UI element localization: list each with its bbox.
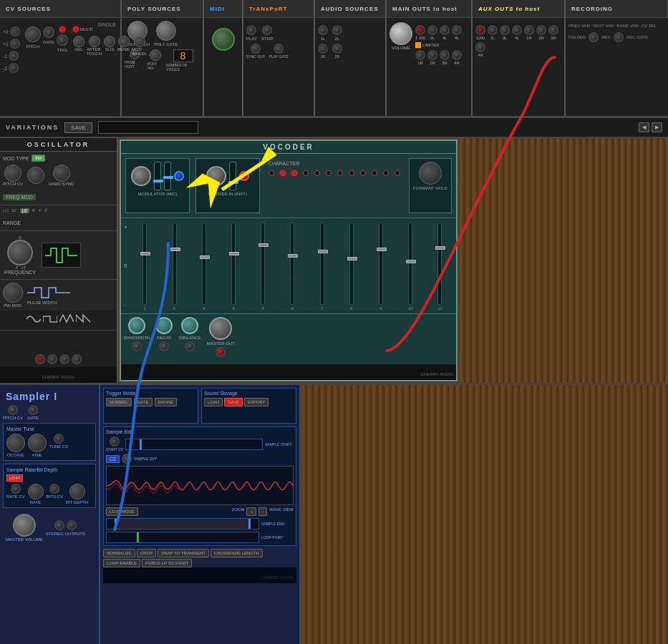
carrier-jack[interactable]	[239, 171, 249, 181]
slider-track-10[interactable]	[408, 223, 412, 305]
osc-jack-1[interactable]	[35, 354, 45, 364]
rate-knob[interactable]	[28, 484, 44, 499]
aux-out-4r-jack[interactable]	[475, 42, 485, 52]
sus-knob[interactable]	[104, 36, 115, 47]
trig-jack[interactable]	[57, 34, 68, 46]
vel-knob[interactable]	[73, 36, 84, 47]
aux-out-3l-jack[interactable]	[500, 25, 510, 35]
loop-enable-btn[interactable]: LOOP ENABLE	[103, 559, 140, 567]
slider-track-2[interactable]	[173, 223, 177, 305]
stop-jack[interactable]	[262, 25, 272, 35]
bandwidth-jack[interactable]	[132, 341, 142, 351]
main-out-1r-jack[interactable]	[415, 50, 425, 60]
force-lp-to-start-btn[interactable]: FORCE LP TO START	[142, 559, 192, 567]
audio-1r-jack[interactable]	[318, 44, 328, 54]
main-out-3r-jack[interactable]	[440, 50, 450, 60]
zoom-out-btn[interactable]: -	[258, 507, 267, 516]
slider-track-11[interactable]	[437, 223, 442, 305]
sample-start-slider[interactable]	[125, 439, 263, 450]
rec-jack[interactable]	[589, 32, 599, 42]
load-btn[interactable]: LOAD	[204, 398, 223, 406]
poly-gate-knob[interactable]	[156, 21, 176, 41]
formant-hold-knob[interactable]	[419, 162, 442, 185]
gate-mode-btn[interactable]: GATE	[134, 398, 153, 406]
main-out-3l-jack[interactable]	[440, 25, 450, 35]
mod-type-button[interactable]: FM	[32, 155, 45, 162]
slider-track-4[interactable]	[231, 223, 236, 305]
octave-knob[interactable]	[6, 434, 25, 452]
fine-knob[interactable]	[28, 434, 47, 452]
hard-sync-knob[interactable]	[53, 165, 70, 182]
poly-vel-knob[interactable]	[150, 49, 161, 61]
main-out-4r-jack[interactable]	[452, 50, 462, 60]
sampler-gate-jack[interactable]	[28, 405, 38, 415]
crop-btn[interactable]: CROP	[137, 549, 156, 557]
slider-track-6[interactable]	[290, 223, 294, 305]
decay-jack[interactable]	[159, 341, 169, 351]
sample-out-jack[interactable]	[122, 454, 132, 464]
volume-knob[interactable]	[389, 22, 412, 45]
slider-track-5[interactable]	[261, 223, 265, 305]
save-button[interactable]: SAVE	[64, 122, 92, 133]
stereo-out-l-jack[interactable]	[54, 520, 64, 530]
wave-square-btn[interactable]	[43, 313, 57, 327]
drone-btn[interactable]: DRONE	[155, 398, 178, 406]
aftertouch-knob[interactable]	[89, 36, 100, 47]
master-out-knob[interactable]	[209, 317, 232, 340]
frequency-knob[interactable]	[7, 240, 33, 265]
sync-out-jack[interactable]	[251, 44, 261, 54]
osc-jack-4[interactable]	[72, 354, 82, 364]
aux-out-4l-jack[interactable]	[512, 25, 522, 35]
aux-out-1m-jack[interactable]	[475, 25, 485, 35]
audio-2l-jack[interactable]	[332, 25, 342, 35]
cv-jack-1[interactable]	[10, 26, 20, 36]
loop-point-slider[interactable]	[106, 532, 259, 543]
next-var-button[interactable]: ▶	[652, 122, 662, 132]
cv-jack-2[interactable]	[10, 39, 20, 49]
sibilance-knob[interactable]	[181, 317, 198, 334]
main-out-4l-jack[interactable]	[452, 25, 462, 35]
cv-jack-4[interactable]	[9, 63, 19, 73]
main-out-1m-jack[interactable]	[415, 25, 425, 35]
zoom-in-btn[interactable]: +	[246, 507, 256, 516]
slider-track-8[interactable]	[349, 223, 354, 305]
rec-gate-jack[interactable]	[614, 32, 624, 42]
bits-cv-jack[interactable]	[49, 484, 59, 494]
modwheel-knob[interactable]	[134, 36, 145, 47]
audio-2r-jack[interactable]	[332, 44, 342, 54]
osc-jack-3[interactable]	[59, 354, 69, 364]
slider-track-3[interactable]	[202, 223, 206, 305]
pitch-knob[interactable]	[25, 26, 41, 42]
wave-tri-btn[interactable]	[59, 313, 74, 327]
variations-input[interactable]	[98, 121, 198, 134]
rate-cv-jack[interactable]	[11, 484, 21, 494]
aux-out-2l-jack[interactable]	[488, 25, 498, 35]
modulator-knob[interactable]	[131, 166, 151, 186]
bandwidth-knob[interactable]	[128, 317, 145, 334]
slider-track-1[interactable]	[142, 223, 147, 305]
snap-to-transient-btn[interactable]: SNAP TO TRANSIENT	[158, 549, 209, 557]
sampler-pitch-cv-jack[interactable]	[8, 405, 18, 415]
save-btn[interactable]: SAVE	[224, 398, 243, 406]
normalize-btn[interactable]: NORMALIZE	[103, 549, 135, 557]
master-out-jack[interactable]	[216, 347, 226, 357]
stereo-out-r-jack[interactable]	[67, 520, 77, 530]
bend-knob[interactable]	[118, 36, 130, 47]
slider-track-9[interactable]	[379, 223, 383, 305]
lofi-mode-btn[interactable]: LO-FI MODE	[106, 507, 138, 516]
wave-sawtooth-btn[interactable]	[76, 313, 90, 327]
master-volume-knob[interactable]	[13, 514, 36, 537]
play-jack[interactable]	[246, 25, 256, 35]
aux-out-3r-jack[interactable]	[548, 25, 558, 35]
decay-knob[interactable]	[155, 317, 173, 334]
main-out-2r-jack[interactable]	[427, 50, 437, 60]
gate-jack[interactable]	[43, 26, 54, 38]
pw-mod-knob[interactable]	[3, 283, 23, 303]
carrier-knob[interactable]	[206, 166, 226, 186]
freq-mod-knob[interactable]	[27, 167, 44, 184]
slider-track-7[interactable]	[320, 223, 324, 305]
sample-end-slider[interactable]	[106, 518, 259, 530]
crossfade-length-btn[interactable]: CROSSFADE LENGTH	[210, 549, 263, 557]
aux-out-1r-jack[interactable]	[524, 25, 534, 35]
sibilance-jack[interactable]	[185, 341, 195, 351]
